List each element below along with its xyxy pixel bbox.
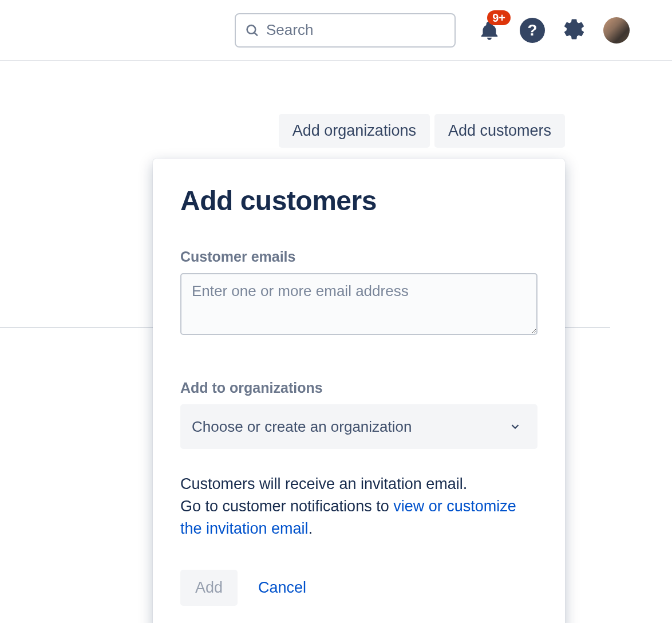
avatar[interactable] — [603, 17, 630, 44]
question-mark-icon: ? — [527, 21, 537, 40]
nav-icon-group: 9+ ? — [476, 17, 630, 44]
organizations-select-placeholder: Choose or create an organization — [192, 418, 412, 436]
svg-line-1 — [254, 32, 257, 35]
search-icon — [245, 22, 259, 38]
notifications-button[interactable]: 9+ — [476, 17, 503, 44]
info-text-prefix: Go to customer notifications to — [180, 498, 393, 515]
add-button[interactable]: Add — [180, 570, 238, 606]
top-navigation-bar: 9+ ? — [0, 0, 672, 61]
info-text: Customers will receive an invitation ema… — [180, 473, 537, 540]
organizations-field: Add to organizations Choose or create an… — [180, 380, 537, 449]
customer-emails-input[interactable] — [180, 273, 537, 335]
action-button-row: Add organizations Add customers — [279, 114, 565, 148]
notification-badge: 9+ — [487, 10, 511, 25]
add-customers-button[interactable]: Add customers — [434, 114, 565, 148]
search-input[interactable] — [266, 21, 445, 39]
dialog-footer: Add Cancel — [180, 570, 537, 606]
chevron-down-icon — [509, 420, 521, 433]
cancel-button[interactable]: Cancel — [258, 579, 306, 597]
search-field-wrapper[interactable] — [235, 13, 456, 48]
svg-point-0 — [247, 25, 256, 34]
dialog-title: Add customers — [180, 185, 537, 216]
add-organizations-button[interactable]: Add organizations — [279, 114, 430, 148]
gear-icon — [562, 17, 586, 41]
customer-emails-field: Customer emails — [180, 249, 537, 337]
add-customers-dialog: Add customers Customer emails Add to org… — [153, 159, 565, 623]
help-button[interactable]: ? — [520, 18, 545, 43]
customer-emails-label: Customer emails — [180, 249, 537, 265]
info-text-line1: Customers will receive an invitation ema… — [180, 475, 467, 492]
settings-button[interactable] — [562, 17, 586, 44]
organizations-label: Add to organizations — [180, 380, 537, 396]
organizations-select[interactable]: Choose or create an organization — [180, 404, 537, 449]
info-text-suffix: . — [309, 520, 313, 537]
search-container — [235, 13, 456, 48]
